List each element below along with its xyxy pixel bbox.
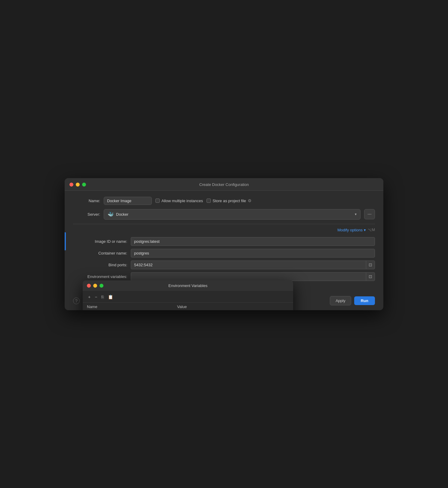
store-project-checkbox[interactable] [207,199,211,203]
env-maximize-button[interactable] [100,284,103,288]
env-vars-label: Environment variables: [73,274,127,279]
question-mark: ? [75,298,78,303]
env-dialog-title: Environment Variables [168,283,207,288]
env-close-button[interactable] [87,284,91,288]
bind-ports-input[interactable] [131,261,366,269]
title-bar: Create Docker Configuration [65,178,383,191]
server-more-button[interactable]: ··· [364,209,375,219]
server-label: Server: [73,212,100,217]
remove-button[interactable]: − [94,294,98,300]
gear-icon[interactable]: ⚙ [248,198,252,203]
env-window-controls [87,284,103,288]
value-column-header: Value [177,304,289,309]
server-dropdown[interactable]: 🐳 Docker ▾ [104,209,361,220]
shortcut-hint: ⌥M [368,228,375,232]
apply-button[interactable]: Apply [330,296,351,305]
modify-options-button[interactable]: Modify options ▾ [337,228,366,232]
name-label: Name: [73,199,100,203]
folder-icon: ⊡ [369,274,372,279]
name-row: Name: Allow multiple instances Store as … [73,197,375,205]
env-vars-input[interactable] [131,273,366,281]
copy-button[interactable]: ⎘ [100,294,105,300]
server-value: Docker [116,212,128,217]
left-accent [65,232,66,250]
folder-icon: ⊡ [369,262,372,267]
paste-icon: 📋 [108,295,113,299]
add-icon: + [88,295,91,299]
close-button[interactable] [69,183,73,187]
name-column-header: Name [87,304,177,309]
paste-button[interactable]: 📋 [107,294,114,300]
maximize-button[interactable] [82,183,86,187]
dialog-title: Create Docker Configuration [199,182,249,187]
main-dialog: Create Docker Configuration Name: Allow … [65,178,383,310]
env-toolbar: + − ⎘ 📋 [83,291,293,303]
env-vars-folder-button[interactable]: ⊡ [366,273,375,281]
container-label: Container name: [73,251,127,255]
name-input[interactable] [104,197,152,205]
chevron-down-icon: ▾ [355,212,357,216]
env-title-bar: Environment Variables [83,280,293,291]
image-input[interactable] [131,237,375,246]
remove-icon: − [95,295,97,299]
minimize-button[interactable] [76,183,80,187]
add-button[interactable]: + [87,294,92,300]
image-id-row: Image ID or name: [73,237,375,246]
allow-multiple-checkbox[interactable] [155,199,160,203]
help-icon[interactable]: ? [73,298,80,304]
env-table-header: Name Value [83,303,293,310]
server-left: 🐳 Docker [108,212,128,217]
env-vars-row: Environment variables: ⊡ [73,272,375,281]
store-project-item: Store as project file ⚙ [207,198,252,203]
modify-options-row: Modify options ▾ ⌥M [73,228,375,232]
main-content: Name: Allow multiple instances Store as … [65,191,383,291]
three-dots-icon: ··· [367,212,371,217]
server-row: Server: 🐳 Docker ▾ ··· [73,209,375,220]
allow-multiple-item: Allow multiple instances [155,199,203,203]
bind-ports-folder-button[interactable]: ⊡ [366,261,375,269]
store-project-label: Store as project file [213,199,246,203]
allow-multiple-label: Allow multiple instances [161,199,203,203]
chevron-down-icon: ▾ [364,228,366,232]
modify-options-label: Modify options [337,228,363,232]
env-vars-field: ⊡ [131,272,375,281]
window-controls [69,183,86,187]
env-minimize-button[interactable] [93,284,97,288]
bind-ports-label: Bind ports: [73,263,127,267]
env-variables-dialog: Environment Variables + − ⎘ 📋 Name Value [83,280,293,310]
container-name-row: Container name: [73,249,375,258]
divider [73,224,375,224]
run-button[interactable]: Run [354,296,375,305]
container-input[interactable] [131,249,375,258]
bind-ports-row: Bind ports: ⊡ [73,261,375,269]
copy-icon: ⎘ [101,295,104,299]
bind-ports-field: ⊡ [131,261,375,269]
docker-icon: 🐳 [108,212,114,217]
image-label: Image ID or name: [73,239,127,244]
